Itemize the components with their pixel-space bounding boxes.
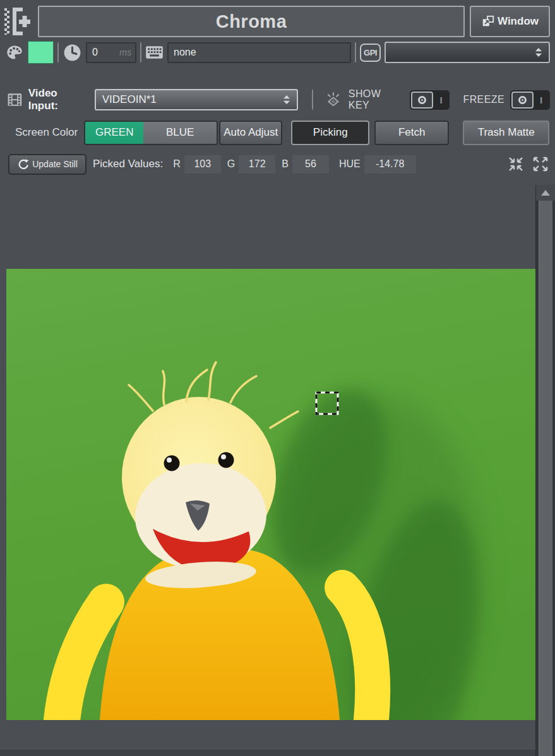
r-value: 103 xyxy=(184,155,221,174)
scrollbar-thumb[interactable] xyxy=(539,201,552,756)
b-label: B xyxy=(282,158,289,170)
update-still-label: Update Still xyxy=(32,159,78,169)
video-input-value: VIDEOIN*1 xyxy=(102,93,157,106)
g-label: G xyxy=(227,158,235,170)
collapse-view-button[interactable] xyxy=(507,156,524,173)
video-input-select[interactable]: VIDEOIN*1 xyxy=(95,89,298,110)
toolbar-row: ms GPI xyxy=(5,41,550,64)
window-button-label: Window xyxy=(498,15,539,28)
window-button[interactable]: Window xyxy=(470,6,550,37)
film-strip-icon xyxy=(6,92,23,108)
toggle-off-icon xyxy=(518,96,527,104)
palette-icon xyxy=(5,44,24,61)
hue-label: HUE xyxy=(339,158,361,170)
clock-icon xyxy=(63,43,82,62)
freeze-on-option[interactable]: I xyxy=(534,95,549,105)
refresh-icon xyxy=(17,158,30,171)
freeze-off-selected[interactable] xyxy=(511,92,534,109)
r-label: R xyxy=(173,158,181,170)
toggle-off-icon xyxy=(418,96,426,104)
insert-effect-icon[interactable] xyxy=(4,6,32,37)
screen-color-row: Screen Color GREEN BLUE Auto Adjust Pick… xyxy=(15,120,550,145)
screen-color-segmented: GREEN BLUE xyxy=(84,121,218,145)
vertical-scrollbar[interactable] xyxy=(535,185,555,756)
show-key-toggle[interactable]: I xyxy=(410,90,450,110)
separator xyxy=(140,42,141,62)
expand-view-button[interactable] xyxy=(532,156,549,173)
header: Chroma Window xyxy=(4,5,550,38)
separator xyxy=(57,42,59,62)
show-key-off-selected[interactable] xyxy=(411,92,433,109)
show-key-lamp-icon xyxy=(325,91,342,109)
show-key-on-option[interactable]: I xyxy=(433,95,448,105)
update-still-button[interactable]: Update Still xyxy=(8,154,87,175)
picked-values-label: Picked Values: xyxy=(93,158,163,170)
picking-button[interactable]: Picking xyxy=(291,121,369,145)
fetch-button[interactable]: Fetch xyxy=(374,121,449,145)
green-option[interactable]: GREEN xyxy=(85,122,143,144)
green-screen-scene xyxy=(6,269,535,720)
video-input-label: Video Input: xyxy=(28,87,90,112)
screen-color-label: Screen Color xyxy=(15,126,78,139)
shortcut-input[interactable] xyxy=(167,42,351,63)
page-title: Chroma xyxy=(216,11,287,32)
show-key-label: SHOW KEY xyxy=(349,88,405,111)
window-popout-icon xyxy=(481,15,495,28)
video-preview[interactable] xyxy=(6,269,535,720)
hue-value: -14.78 xyxy=(364,155,416,174)
key-color-swatch[interactable] xyxy=(28,41,54,64)
blue-option[interactable]: BLUE xyxy=(143,122,217,144)
effect-title-box: Chroma xyxy=(38,6,465,37)
picked-values-row: Update Still Picked Values: R 103 G 172 … xyxy=(8,153,549,175)
gpi-label: GPI xyxy=(364,48,377,57)
separator xyxy=(355,42,356,62)
gpi-button[interactable]: GPI xyxy=(360,44,381,62)
duration-field-wrap: ms xyxy=(86,42,136,63)
duration-input[interactable] xyxy=(86,42,136,63)
freeze-toggle[interactable]: I xyxy=(510,90,550,110)
updown-arrows-icon xyxy=(535,47,542,57)
trash-matte-button[interactable]: Trash Matte xyxy=(463,121,549,145)
preset-dropdown[interactable] xyxy=(385,42,550,63)
g-value: 172 xyxy=(239,155,275,174)
b-value: 56 xyxy=(292,155,329,174)
auto-adjust-button[interactable]: Auto Adjust xyxy=(219,121,282,145)
scroll-up-arrow-icon xyxy=(541,190,550,196)
expand-arrows-icon xyxy=(532,156,549,172)
separator xyxy=(312,90,313,110)
updown-arrows-icon xyxy=(283,95,290,105)
keyboard-icon xyxy=(145,45,164,60)
video-input-row: Video Input: VIDEOIN*1 SHOW KEY I FREEZE… xyxy=(6,87,550,112)
scrollbar-up-button[interactable] xyxy=(536,185,555,201)
collapse-arrows-icon xyxy=(508,156,524,172)
panel-bottom-divider xyxy=(0,750,535,756)
freeze-label: FREEZE xyxy=(463,94,504,105)
